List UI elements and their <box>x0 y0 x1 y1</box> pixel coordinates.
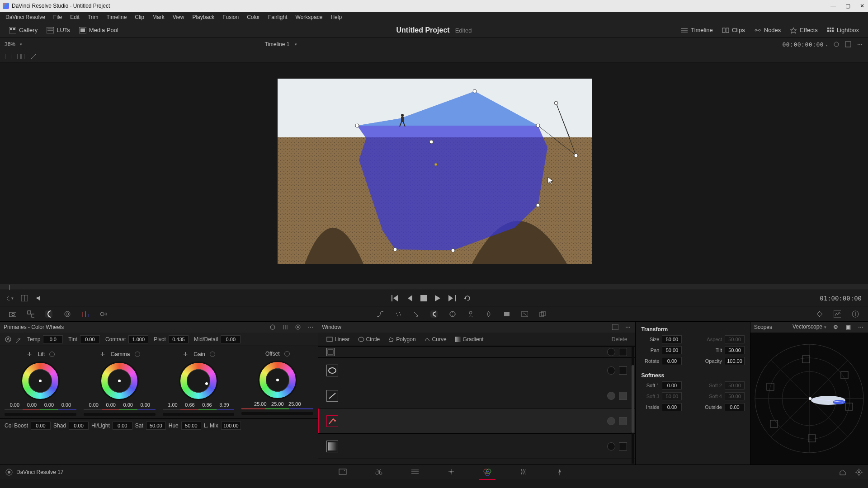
dual-view-icon[interactable] <box>17 53 24 60</box>
add-circle-button[interactable]: Circle <box>354 335 384 344</box>
menu-mark[interactable]: Mark <box>149 13 168 21</box>
sizing-icon[interactable] <box>521 310 528 318</box>
close-button[interactable]: ✕ <box>859 3 865 9</box>
hilight-value[interactable]: 0.00 <box>113 422 132 430</box>
fairlight-page-button[interactable] <box>519 468 528 476</box>
home-button[interactable] <box>839 469 846 476</box>
window-preset-icon[interactable] <box>612 324 619 331</box>
invert-toggle[interactable] <box>619 348 627 356</box>
color-match-icon[interactable] <box>27 310 34 318</box>
tilt-value[interactable]: 50.00 <box>725 346 745 354</box>
maximize-button[interactable]: ▢ <box>844 3 851 9</box>
primaries-log-mode-icon[interactable] <box>294 324 302 331</box>
timeline-selector[interactable]: Timeline 1 <box>265 41 297 47</box>
menu-view[interactable]: View <box>169 13 188 21</box>
window-row-curve[interactable] <box>318 408 635 434</box>
more-icon[interactable]: ⋯ <box>856 41 863 48</box>
menu-fusion[interactable]: Fusion <box>219 13 242 21</box>
window-row-polygon[interactable] <box>318 383 635 408</box>
key-icon[interactable] <box>503 310 510 318</box>
offset-master-slider[interactable] <box>241 412 313 415</box>
lift-target-icon[interactable]: ✛ <box>26 351 33 358</box>
color-warper-icon[interactable] <box>394 310 401 318</box>
first-frame-button[interactable] <box>392 295 399 301</box>
mask-toggle[interactable] <box>607 442 615 450</box>
gamma-reset-button[interactable] <box>135 352 140 357</box>
gain-wheel[interactable] <box>179 361 218 400</box>
stop-button[interactable] <box>420 295 427 301</box>
pivot-value[interactable]: 0.435 <box>169 335 189 343</box>
lift-master-slider[interactable] <box>5 413 76 416</box>
lmix-value[interactable]: 100.00 <box>221 422 241 430</box>
scopes-icon[interactable] <box>834 310 841 318</box>
fusion-page-button[interactable] <box>447 468 456 476</box>
sat-value[interactable]: 50.00 <box>146 422 166 430</box>
onscreen-controls-icon[interactable] <box>6 295 14 302</box>
deliver-page-button[interactable] <box>555 468 564 476</box>
invert-toggle[interactable] <box>619 417 627 425</box>
qualifier-icon[interactable] <box>412 310 420 318</box>
menu-edit[interactable]: Edit <box>66 13 83 21</box>
magic-mask-icon[interactable] <box>467 310 474 318</box>
wand-icon[interactable] <box>30 53 37 60</box>
keyframe-icon[interactable] <box>816 310 823 318</box>
more-icon[interactable]: ⋯ <box>857 324 864 331</box>
mediapool-toggle[interactable]: Media Pool <box>75 25 123 35</box>
soft1-value[interactable]: 0.00 <box>662 381 682 389</box>
split-screen-icon[interactable] <box>21 295 28 302</box>
lift-reset-button[interactable] <box>49 352 55 357</box>
window-row-circle[interactable] <box>318 358 635 383</box>
auto-balance-icon[interactable]: A <box>5 336 12 343</box>
gain-reset-button[interactable] <box>210 352 215 357</box>
viewer-canvas[interactable] <box>278 79 592 264</box>
outside-value[interactable]: 0.00 <box>725 403 745 411</box>
gain-master-slider[interactable] <box>163 413 235 416</box>
mask-toggle[interactable] <box>607 348 615 356</box>
invert-toggle[interactable] <box>619 392 627 400</box>
primaries-wheels-mode-icon[interactable] <box>269 324 276 331</box>
timecode-display[interactable]: 00:00:00:00 <box>782 41 828 48</box>
pan-value[interactable]: 50.00 <box>662 346 682 354</box>
timeline-toggle[interactable]: Timeline <box>676 25 717 35</box>
edit-page-button[interactable] <box>410 468 420 476</box>
menu-davinci[interactable]: DaVinci Resolve <box>2 13 49 21</box>
size-value[interactable]: 50.00 <box>662 335 682 343</box>
primaries-bars-mode-icon[interactable] <box>282 324 289 331</box>
mask-toggle[interactable] <box>607 417 615 425</box>
gain-target-icon[interactable]: ✛ <box>182 351 189 358</box>
primaries-icon[interactable] <box>45 310 52 318</box>
delete-window-button[interactable]: Delete <box>608 335 631 344</box>
window-row-gradient[interactable] <box>318 434 635 459</box>
project-settings-button[interactable] <box>855 469 863 476</box>
colboost-value[interactable]: 0.00 <box>31 422 51 430</box>
mute-icon[interactable] <box>35 295 42 302</box>
scope-type[interactable]: Vectorscope <box>793 324 826 331</box>
add-gradient-button[interactable]: Gradient <box>451 335 487 344</box>
expand-icon[interactable] <box>844 41 852 48</box>
invert-toggle[interactable] <box>619 366 627 375</box>
viewer-scrubber[interactable] <box>0 284 868 290</box>
camera-raw-icon[interactable] <box>9 310 16 318</box>
menu-workspace[interactable]: Workspace <box>292 13 326 21</box>
tracker-icon[interactable] <box>448 310 456 318</box>
single-view-icon[interactable] <box>5 53 12 60</box>
clips-toggle[interactable]: Clips <box>717 25 750 35</box>
gallery-toggle[interactable]: Gallery <box>5 25 42 35</box>
play-button[interactable] <box>435 295 440 301</box>
luts-toggle[interactable]: LUTs <box>42 25 75 35</box>
menu-trim[interactable]: Trim <box>84 13 102 21</box>
next-frame-button[interactable] <box>448 295 456 301</box>
blur-icon[interactable] <box>485 310 492 318</box>
lightbox-toggle[interactable]: Lightbox <box>822 25 863 35</box>
menu-color[interactable]: Color <box>243 13 264 21</box>
inside-value[interactable]: 0.00 <box>662 403 682 411</box>
zoom-level[interactable]: 36% <box>5 41 22 47</box>
menu-help[interactable]: Help <box>327 13 345 21</box>
bypass-icon[interactable] <box>833 41 840 48</box>
gamma-master-slider[interactable] <box>84 413 156 416</box>
hdr-icon[interactable] <box>63 310 71 318</box>
media-page-button[interactable] <box>338 468 347 476</box>
window-list-scrollbar[interactable] <box>632 347 634 464</box>
color-page-button[interactable] <box>483 468 492 476</box>
nodes-toggle[interactable]: Nodes <box>750 25 786 35</box>
